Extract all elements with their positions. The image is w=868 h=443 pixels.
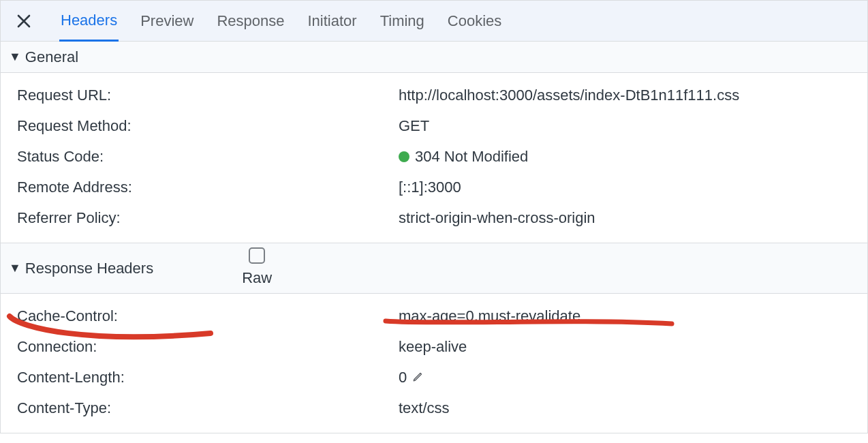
row-connection: Connection: keep-alive — [1, 331, 867, 362]
value-referrer-policy: strict-origin-when-cross-origin — [399, 207, 851, 229]
row-referrer-policy: Referrer Policy: strict-origin-when-cros… — [1, 202, 867, 233]
chevron-down-icon: ▼ — [9, 259, 21, 277]
status-code-text: 304 Not Modified — [415, 145, 528, 168]
raw-checkbox[interactable] — [249, 247, 265, 264]
tab-response[interactable]: Response — [215, 1, 285, 41]
label-content-length: Content-Length: — [17, 366, 399, 388]
value-status-code: 304 Not Modified — [399, 145, 851, 168]
section-header-response-headers[interactable]: ▼ Response Headers Raw — [1, 243, 867, 294]
tab-preview[interactable]: Preview — [139, 1, 195, 41]
label-referrer-policy: Referrer Policy: — [17, 207, 399, 229]
value-content-type: text/css — [399, 397, 851, 419]
value-content-length: 0 — [399, 366, 851, 388]
tab-timing[interactable]: Timing — [379, 1, 426, 41]
section-header-general[interactable]: ▼ General — [1, 42, 867, 73]
section-title-response-headers: Response Headers — [25, 257, 153, 279]
section-title-general: General — [25, 46, 78, 68]
label-cache-control: Cache-Control: — [17, 305, 399, 327]
raw-toggle: Raw — [242, 247, 272, 289]
row-remote-address: Remote Address: [::1]:3000 — [1, 172, 867, 202]
row-request-url: Request URL: http://localhost:3000/asset… — [1, 80, 867, 110]
row-content-length: Content-Length: 0 — [1, 362, 867, 393]
raw-label: Raw — [242, 266, 272, 289]
label-request-url: Request URL: — [17, 84, 399, 106]
close-icon[interactable] — [12, 9, 36, 33]
section-body-general: Request URL: http://localhost:3000/asset… — [1, 73, 867, 243]
status-dot-icon — [399, 151, 409, 162]
value-remote-address: [::1]:3000 — [399, 176, 851, 198]
row-request-method: Request Method: GET — [1, 110, 867, 141]
value-request-method: GET — [399, 114, 851, 137]
row-content-type: Content-Type: text/css — [1, 393, 867, 423]
tab-cookies[interactable]: Cookies — [446, 1, 503, 41]
value-cache-control: max-age=0,must-revalidate — [399, 305, 851, 327]
content-length-text: 0 — [399, 366, 407, 388]
label-status-code: Status Code: — [17, 145, 399, 168]
label-connection: Connection: — [17, 335, 399, 358]
tab-headers[interactable]: Headers — [59, 1, 119, 42]
value-connection: keep-alive — [399, 335, 851, 358]
edit-icon[interactable] — [412, 366, 424, 388]
row-cache-control: Cache-Control: max-age=0,must-revalidate — [1, 301, 867, 331]
chevron-down-icon: ▼ — [9, 48, 21, 66]
tab-initiator[interactable]: Initiator — [306, 1, 358, 41]
label-remote-address: Remote Address: — [17, 176, 399, 198]
tabs-bar: Headers Preview Response Initiator Timin… — [1, 1, 867, 42]
row-status-code: Status Code: 304 Not Modified — [1, 141, 867, 172]
section-body-response-headers: Cache-Control: max-age=0,must-revalidate… — [1, 294, 867, 433]
value-request-url: http://localhost:3000/assets/index-DtB1n… — [399, 84, 851, 106]
label-content-type: Content-Type: — [17, 397, 399, 419]
network-details-panel: Headers Preview Response Initiator Timin… — [0, 0, 868, 433]
label-request-method: Request Method: — [17, 114, 399, 137]
